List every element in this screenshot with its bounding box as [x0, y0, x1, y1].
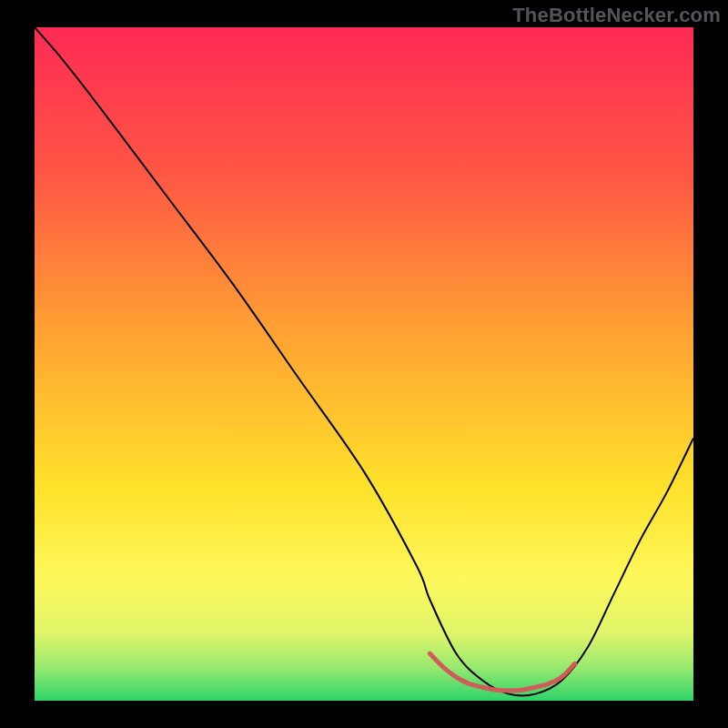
chart-svg [35, 27, 693, 701]
chart-frame: TheBottleNecker.com [0, 0, 728, 728]
plot-area [35, 27, 693, 701]
gradient-background [35, 27, 693, 701]
watermark-text: TheBottleNecker.com [512, 4, 721, 27]
